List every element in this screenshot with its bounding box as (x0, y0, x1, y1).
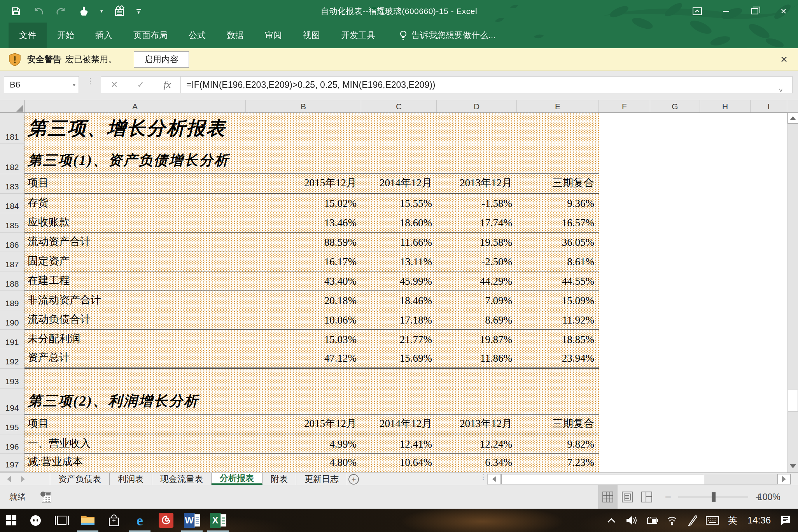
cell-190-3[interactable]: 8.69% (437, 310, 517, 329)
sheet-tab-2[interactable]: 现金流量表 (152, 473, 212, 485)
cell-192-3[interactable]: 11.86% (437, 349, 517, 368)
row-header-192[interactable]: 192 (0, 349, 24, 369)
cell-192-0[interactable]: 资产总计 (24, 349, 246, 368)
scroll-down-button[interactable] (788, 460, 798, 472)
zoom-out-button[interactable]: − (661, 491, 675, 503)
vertical-scrollbar[interactable] (787, 113, 798, 472)
formula-bar-grip[interactable]: ⋮ (86, 79, 94, 83)
cell-183-4[interactable]: 三期复合 (517, 174, 599, 193)
cell-189-3[interactable]: 7.09% (437, 291, 517, 310)
battery-icon[interactable] (643, 509, 660, 532)
warning-close-icon[interactable]: ✕ (776, 48, 792, 71)
cell-190-1[interactable]: 10.06% (246, 310, 361, 329)
zoom-slider[interactable] (678, 497, 748, 497)
customize-qat-dropdown-icon[interactable]: ▾ (136, 9, 141, 14)
cell-195-4[interactable]: 三期复合 (517, 415, 599, 434)
expand-formula-bar-icon[interactable]: ˅ (779, 87, 783, 93)
empty-grid-area-193[interactable] (599, 369, 798, 388)
cell-185-1[interactable]: 13.46% (246, 213, 361, 232)
undo-icon[interactable] (33, 5, 44, 17)
cell-190-2[interactable]: 17.18% (361, 310, 437, 329)
cell-188-0[interactable]: 在建工程 (24, 271, 246, 290)
sheet-tab-3[interactable]: 分析报表 (212, 473, 262, 485)
close-button[interactable]: ✕ (769, 0, 798, 23)
cell-196-4[interactable]: 9.82% (517, 434, 599, 453)
column-header-G[interactable]: G (650, 100, 700, 112)
ribbon-tab-6[interactable]: 审阅 (254, 23, 292, 48)
cell-183-1[interactable]: 2015年12月 (246, 174, 361, 193)
record-macro-icon[interactable] (40, 492, 52, 503)
sheet-tab-1[interactable]: 利润表 (110, 473, 152, 485)
column-header-C[interactable]: C (361, 100, 437, 112)
excel-button[interactable]: X (205, 509, 231, 532)
empty-grid-area-196[interactable] (599, 434, 798, 454)
tab-scrollbar-splitter[interactable]: ⋮ (480, 476, 486, 478)
volume-icon[interactable] (623, 509, 640, 532)
cell-192-2[interactable]: 15.69% (361, 349, 437, 368)
cell-187-2[interactable]: 13.11% (361, 252, 437, 271)
prev-sheet-icon[interactable] (7, 476, 11, 482)
cell-184-3[interactable]: -1.58% (437, 194, 517, 213)
row-header-181[interactable]: 181 (0, 113, 24, 144)
column-header-I[interactable]: I (751, 100, 787, 112)
enable-content-button[interactable]: 启用内容 (134, 51, 189, 68)
cell-186-2[interactable]: 11.66% (361, 233, 437, 252)
cell-184-1[interactable]: 15.02% (246, 194, 361, 213)
cell-188-1[interactable]: 43.40% (246, 271, 361, 290)
page-break-preview-button[interactable] (637, 485, 656, 509)
cell-186-0[interactable]: 流动资产合计 (24, 233, 246, 252)
empty-grid-area-194[interactable] (599, 388, 798, 415)
select-all-corner[interactable] (0, 100, 24, 112)
cell-195-0[interactable]: 项目 (24, 415, 246, 434)
normal-view-button[interactable] (598, 485, 618, 509)
empty-grid-area-189[interactable] (599, 291, 798, 310)
cell-183-3[interactable]: 2013年12月 (437, 174, 517, 193)
edge-button[interactable]: e (127, 509, 153, 532)
row-header-191[interactable]: 191 (0, 330, 24, 349)
cell-189-1[interactable]: 20.18% (246, 291, 361, 310)
cell-196-2[interactable]: 12.41% (361, 434, 437, 453)
tell-me-box[interactable]: 告诉我您想要做什么... (399, 23, 495, 48)
cell-187-3[interactable]: -2.50% (437, 252, 517, 271)
cancel-entry-icon[interactable]: ✕ (111, 80, 118, 90)
cell-187-4[interactable]: 8.61% (517, 252, 599, 271)
cell-183-2[interactable]: 2014年12月 (361, 174, 437, 193)
sheet-tab-0[interactable]: 资产负债表 (50, 473, 110, 485)
formula-input[interactable]: =IF(MIN(E196,E203,E209)>0.25, 0.25, MIN(… (180, 76, 793, 93)
empty-grid-area-195[interactable] (599, 415, 798, 434)
ribbon-display-options-icon[interactable] (683, 0, 712, 23)
minimize-button[interactable] (712, 0, 740, 23)
cell-184-2[interactable]: 15.55% (361, 194, 437, 213)
insert-function-icon[interactable]: fx (164, 79, 171, 91)
column-header-A[interactable]: A (24, 100, 246, 112)
cell-191-4[interactable]: 18.85% (517, 330, 599, 349)
sheet-tab-5[interactable]: 更新日志 (296, 473, 347, 485)
horizontal-scrollbar[interactable] (487, 474, 791, 485)
cell-184-0[interactable]: 存货 (24, 194, 246, 213)
ribbon-tab-5[interactable]: 数据 (216, 23, 254, 48)
cell-197-1[interactable]: 4.80% (246, 454, 361, 472)
clock[interactable]: 14:36 (744, 515, 774, 526)
cell-188-4[interactable]: 44.55% (517, 271, 599, 290)
scroll-right-button[interactable] (777, 474, 791, 484)
redo-icon[interactable] (55, 5, 67, 17)
cell-189-4[interactable]: 15.09% (517, 291, 599, 310)
column-header-F[interactable]: F (599, 100, 650, 112)
row-header-190[interactable]: 190 (0, 310, 24, 330)
row-header-184[interactable]: 184 (0, 194, 24, 213)
cell-192-4[interactable]: 23.94% (517, 349, 599, 368)
row-header-193[interactable]: 193 (0, 369, 24, 388)
zoom-slider-thumb[interactable] (712, 492, 716, 502)
touch-mouse-mode-icon[interactable] (78, 5, 89, 17)
cell-187-1[interactable]: 16.17% (246, 252, 361, 271)
action-center-icon[interactable] (777, 509, 794, 532)
save-icon[interactable] (10, 5, 22, 17)
column-header-B[interactable]: B (246, 100, 361, 112)
cell-197-4[interactable]: 7.23% (517, 454, 599, 472)
column-header-D[interactable]: D (437, 100, 517, 112)
cell-197-2[interactable]: 10.64% (361, 454, 437, 472)
cell-186-4[interactable]: 36.05% (517, 233, 599, 252)
ime-language-indicator[interactable]: 英 (724, 509, 741, 532)
empty-grid-area-181[interactable] (599, 113, 798, 144)
page-layout-view-button[interactable] (618, 485, 637, 509)
